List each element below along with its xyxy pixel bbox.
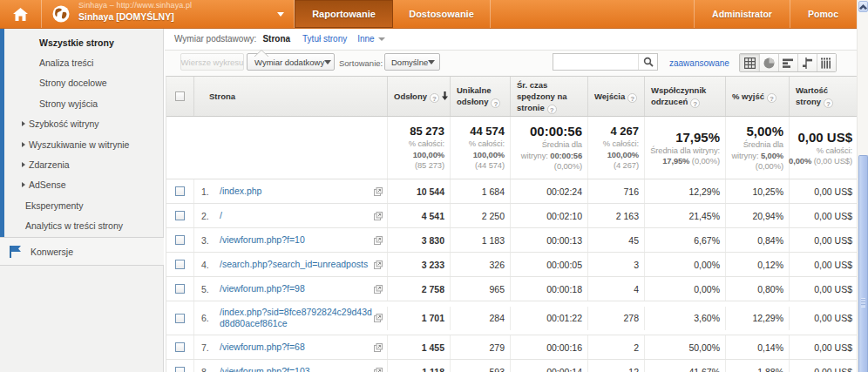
metric-value: 2 (634, 342, 639, 353)
column-header-7[interactable]: Wartość strony? (789, 77, 858, 116)
sidebar-item-4[interactable]: Szybkość witryny (0, 114, 163, 134)
row-metric-cell-5: 0,12% (725, 253, 789, 276)
column-header-content: Śr. czas spędzony na stronie? (511, 79, 587, 114)
home-button[interactable] (0, 0, 41, 28)
open-page-external-icon[interactable] (374, 260, 383, 271)
column-header-2[interactable]: Unikalne odsłony? (450, 77, 510, 116)
search-button[interactable] (638, 54, 657, 70)
scroll-up-button[interactable] (858, 1, 868, 12)
open-page-external-icon[interactable] (374, 314, 383, 324)
sidebar-item-7[interactable]: AdSense (0, 175, 163, 195)
sidebar-item-3[interactable]: Strony wyjścia (0, 93, 163, 113)
open-page-external-icon[interactable] (374, 187, 383, 198)
table-view-button[interactable] (740, 54, 759, 71)
row-checkbox[interactable] (175, 260, 185, 269)
performance-view-button[interactable] (778, 54, 797, 71)
row-metric-cell-5: 12,29% (725, 307, 789, 330)
scrollbar-thumb[interactable] (858, 155, 868, 372)
row-checkbox-cell (166, 360, 193, 372)
summary-subtext-segment: % całości: (603, 139, 639, 148)
open-page-external-icon[interactable] (374, 212, 383, 222)
metric-value: 00:00:16 (546, 342, 582, 353)
sidebar-item-1[interactable]: Analiza treści (0, 52, 163, 72)
row-checkbox[interactable] (175, 284, 185, 294)
row-checkbox[interactable] (175, 235, 185, 245)
metric-value: 00:00:13 (546, 235, 582, 246)
tab-reporting[interactable]: Raportowanie (295, 0, 393, 28)
sidebar-divider (0, 265, 164, 266)
search-input[interactable] (553, 54, 644, 70)
sidebar-item-9[interactable]: Analytics w treści strony (0, 216, 163, 236)
help-icon[interactable]: ? (547, 105, 557, 114)
comparison-view-button[interactable] (797, 54, 817, 71)
column-header-4[interactable]: Wejścia? (587, 77, 644, 116)
column-header-0[interactable]: Strona (193, 77, 387, 116)
pivot-view-button[interactable] (817, 54, 836, 71)
page-link[interactable]: /viewforum.php?f=68 (220, 342, 305, 353)
column-header-1[interactable]: Odsłony? (387, 77, 450, 116)
column-header-3[interactable]: Śr. czas spędzony na stronie? (510, 77, 587, 116)
percentage-view-button[interactable] (759, 54, 778, 71)
help-icon[interactable]: ? (491, 98, 500, 108)
help-icon[interactable]: ? (627, 93, 637, 103)
advanced-search-link[interactable]: zaawansowane (669, 58, 729, 68)
row-metric-cell-0: 2 758 (387, 277, 450, 301)
select-all-checkbox[interactable] (175, 91, 185, 101)
page-link[interactable]: /viewforum.php?f=10 (220, 234, 305, 246)
row-checkbox[interactable] (175, 211, 185, 220)
sidebar-item-label: Analytics w treści strony (25, 220, 123, 231)
metric-value: 593 (489, 367, 505, 372)
table-row-7: 7./viewforum.php?f=681 45527900:00:16250… (166, 335, 858, 360)
open-page-external-icon[interactable] (374, 285, 383, 295)
account-selector[interactable]: Sinhaya – http://www.sinhaya.pl Sinhaya … (42, 0, 293, 28)
row-checkbox[interactable] (175, 367, 185, 372)
row-metric-cell-0: 1 701 (387, 307, 450, 330)
open-page-external-icon[interactable] (374, 236, 383, 247)
page-link[interactable]: /index.php (220, 186, 261, 197)
account-chevron-down-icon (277, 12, 284, 17)
sidebar-item-5[interactable]: Wyszukiwanie w witrynie (0, 134, 163, 154)
row-checkbox[interactable] (175, 342, 185, 352)
help-icon[interactable]: ? (430, 93, 439, 103)
sort-type-button[interactable]: Domyślne (384, 53, 440, 71)
row-page-cell: 6./index.php?sid=8fce8792824c29d43dd8d80… (193, 301, 387, 335)
summary-subtext-strong: 0,00% (789, 156, 811, 166)
sidebar-item-8[interactable]: Eksperymenty (0, 195, 163, 215)
chart-rows-button[interactable]: Wiersze wykresu (180, 53, 244, 71)
sidebar-item-0[interactable]: Wszystkie strony (0, 32, 163, 52)
sidebar-item-conversions[interactable]: Konwersje (0, 238, 164, 265)
page-link[interactable]: /index.php?sid=8fce8792824c29d43dd8d80ac… (220, 307, 373, 329)
row-checkbox[interactable] (175, 314, 185, 323)
table-header-row: StronaOdsłony?Unikalne odsłony?Śr. czas … (166, 77, 858, 117)
open-page-external-icon[interactable] (374, 343, 383, 354)
sidebar-item-6[interactable]: Zdarzenia (0, 154, 163, 174)
decorative-icon (374, 343, 383, 352)
column-header-6[interactable]: % wyjść? (725, 77, 789, 116)
metric-value: 1 118 (422, 367, 444, 372)
page-link[interactable]: /search.php?search_id=unreadposts (220, 259, 368, 270)
dimension-page-title-link[interactable]: Tytuł strony (302, 34, 347, 44)
dimension-other-link[interactable]: Inne (357, 34, 384, 44)
column-header-content: Unikalne odsłony? (451, 85, 510, 108)
report-main: Wymiar podstawowy: Strona Tytuł strony I… (165, 29, 857, 372)
column-header-5[interactable]: Współczynnik odrzuceń? (644, 77, 725, 116)
row-metric-cell-6: 0,00 US$ (789, 253, 858, 276)
vertical-scrollbar[interactable] (857, 0, 868, 372)
page-link[interactable]: / (220, 210, 222, 221)
page-link[interactable]: /viewforum.php?f=103 (220, 366, 310, 372)
row-checkbox[interactable] (175, 186, 185, 196)
summary-subtext-segment: % całości: (409, 139, 444, 148)
help-icon[interactable]: ? (767, 93, 776, 103)
help-link[interactable]: Pomoc (790, 0, 856, 28)
sidebar-item-2[interactable]: Strony docelowe (0, 73, 163, 93)
page-link[interactable]: /viewforum.php?f=98 (220, 283, 305, 294)
tab-customization[interactable]: Dostosowanie (393, 0, 490, 28)
row-metric-cell-6: 0,00 US$ (789, 277, 858, 301)
help-icon[interactable]: ? (824, 98, 833, 108)
metric-value: 0,00 US$ (814, 260, 852, 270)
help-icon[interactable]: ? (690, 98, 700, 108)
row-index: 2. (201, 211, 220, 221)
admin-link[interactable]: Administrator (695, 0, 790, 28)
dimension-page-selected[interactable]: Strona (262, 34, 290, 44)
open-page-external-icon[interactable] (374, 368, 383, 372)
